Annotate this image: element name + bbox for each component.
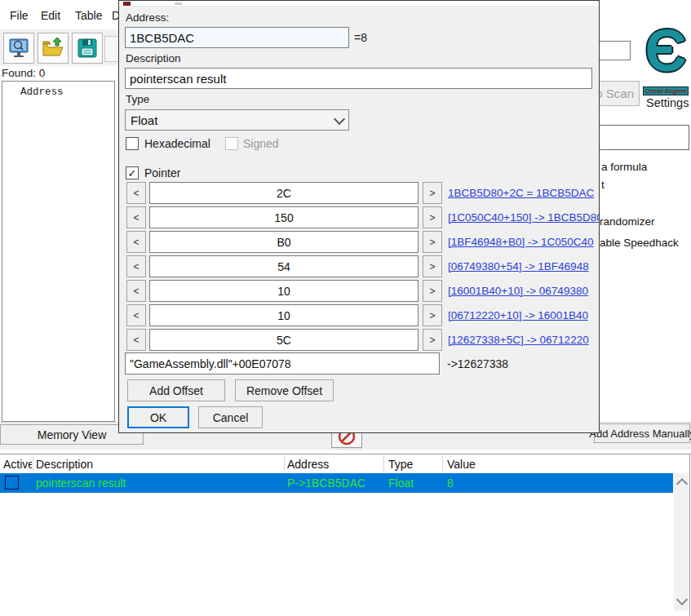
- col-value[interactable]: Value: [447, 458, 545, 471]
- remove-offset-label: Remove Offset: [246, 384, 322, 397]
- offset-decrease-button[interactable]: <: [126, 329, 146, 351]
- greater-icon: >: [429, 237, 435, 248]
- value-input-fragment[interactable]: [598, 125, 689, 150]
- description-input-value: pointerscan result: [130, 72, 226, 86]
- col-divider[interactable]: [383, 456, 384, 472]
- col-type[interactable]: Type: [388, 458, 439, 471]
- open-table-button[interactable]: [38, 33, 69, 64]
- add-address-manually-button[interactable]: Add Address Manually: [594, 423, 690, 443]
- offset-input-3[interactable]: 54: [149, 255, 419, 277]
- type-dropdown-value: Float: [131, 113, 157, 127]
- offset-value: 5C: [277, 334, 291, 347]
- cancel-label: Cancel: [213, 411, 249, 424]
- table-scrollbar[interactable]: [674, 473, 689, 610]
- offset-increase-button[interactable]: >: [423, 206, 442, 228]
- col-divider[interactable]: [284, 456, 285, 472]
- address-label: Address:: [126, 11, 169, 24]
- change-address-dialog: Address: 1BCB5DAC =8 Description pointer…: [118, 0, 600, 433]
- offset-input-2[interactable]: B0: [149, 231, 419, 253]
- menu-file[interactable]: File: [10, 9, 29, 22]
- greater-icon: >: [429, 335, 435, 346]
- greater-icon: >: [429, 286, 435, 297]
- description-input[interactable]: pointerscan result: [125, 68, 592, 89]
- col-divider[interactable]: [442, 456, 443, 472]
- less-icon: <: [133, 188, 139, 199]
- offset-decrease-button[interactable]: <: [126, 304, 146, 326]
- offset-decrease-button[interactable]: <: [126, 182, 146, 204]
- offset-increase-button[interactable]: >: [423, 280, 442, 302]
- offset-input-4[interactable]: 10: [149, 280, 419, 302]
- pointer-label: Pointer: [144, 166, 180, 179]
- not-label-fragment: t: [601, 179, 605, 191]
- toolbar: [0, 29, 118, 66]
- type-dropdown[interactable]: Float: [125, 109, 349, 131]
- cheat-engine-window: File Edit Table D: [0, 0, 691, 616]
- base-address-value: "GameAssembly.dll"+00E07078: [130, 357, 291, 370]
- pointer-checkbox[interactable]: ✓: [126, 166, 139, 179]
- offset-input-0[interactable]: 2C: [149, 182, 419, 204]
- found-list-header: Address: [2, 82, 114, 98]
- type-label: Type: [126, 93, 149, 105]
- less-icon: <: [133, 261, 139, 273]
- titlebar-smudge: [175, 2, 182, 5]
- cheat-engine-logo: Є Cheat Engine: [641, 20, 690, 95]
- window-right-border: [689, 454, 690, 616]
- base-address-input[interactable]: "GameAssembly.dll"+00E07078: [125, 352, 440, 374]
- offset-increase-button[interactable]: >: [423, 231, 442, 253]
- offset-increase-button[interactable]: >: [423, 182, 442, 204]
- col-active[interactable]: Active: [3, 458, 32, 471]
- pointer-resolve-link[interactable]: [1C050C40+150] -> 1BCB5D80: [448, 211, 600, 224]
- row-description: pointerscan result: [36, 476, 281, 490]
- offset-input-6[interactable]: 5C: [149, 329, 419, 351]
- pointer-resolve-link[interactable]: [12627338+5C] -> 06712220: [448, 334, 589, 346]
- address-eval-label: =8: [354, 31, 367, 44]
- open-table-icon: [42, 38, 64, 59]
- scroll-down-icon[interactable]: [676, 594, 688, 605]
- undo-scan-label-fragment: o Scan: [596, 86, 634, 100]
- pointer-resolve-link[interactable]: [16001B40+10] -> 06749380: [448, 285, 588, 297]
- pointer-resolve-link[interactable]: [06712220+10] -> 16001B40: [448, 309, 588, 321]
- row-address: P->1BCB5DAC: [287, 476, 381, 490]
- table-row[interactable]: pointerscan result P->1BCB5DAC Float 8: [0, 473, 673, 493]
- cancel-button[interactable]: Cancel: [198, 406, 263, 428]
- menu-edit[interactable]: Edit: [41, 9, 60, 22]
- address-input[interactable]: 1BCB5DAC: [125, 27, 349, 48]
- less-icon: <: [133, 237, 139, 248]
- greater-icon: >: [429, 212, 435, 224]
- pointer-resolve-link[interactable]: 1BCB5D80+2C = 1BCB5DAC: [448, 187, 594, 199]
- offset-increase-button[interactable]: >: [423, 329, 442, 351]
- offset-decrease-button[interactable]: <: [126, 280, 146, 302]
- greater-icon: >: [429, 261, 435, 273]
- less-icon: <: [133, 310, 139, 321]
- hexadecimal-checkbox[interactable]: [126, 137, 139, 150]
- pointer-resolve-link[interactable]: [06749380+54] -> 1BF46948: [448, 260, 589, 273]
- active-checkbox[interactable]: [5, 476, 19, 490]
- offset-decrease-button[interactable]: <: [126, 231, 146, 253]
- col-divider[interactable]: [33, 456, 33, 472]
- select-process-button[interactable]: [3, 33, 34, 64]
- splitter-handle[interactable]: ··········: [330, 445, 367, 453]
- offset-decrease-button[interactable]: <: [126, 206, 146, 228]
- settings-link[interactable]: Settings: [646, 96, 689, 109]
- scroll-up-icon[interactable]: [676, 478, 688, 490]
- base-resolves-label: ->12627338: [447, 357, 508, 370]
- offset-input-5[interactable]: 10: [149, 304, 419, 326]
- hidden-input-fragment: [598, 41, 631, 60]
- ok-button[interactable]: OK: [127, 406, 189, 428]
- select-process-icon: [7, 38, 30, 59]
- save-table-button[interactable]: [72, 33, 103, 64]
- logo-caption: Cheat Engine: [643, 86, 688, 95]
- offset-decrease-button[interactable]: <: [126, 255, 146, 277]
- add-offset-button[interactable]: Add Offset: [127, 379, 225, 401]
- offset-increase-button[interactable]: >: [423, 255, 442, 277]
- menu-table[interactable]: Table: [75, 9, 102, 22]
- hexadecimal-label: Hexadecimal: [144, 137, 210, 150]
- remove-offset-button[interactable]: Remove Offset: [235, 379, 334, 401]
- offset-increase-button[interactable]: >: [423, 304, 442, 326]
- offset-input-1[interactable]: 150: [149, 206, 419, 228]
- check-icon: ✓: [128, 167, 137, 179]
- pointer-resolve-link[interactable]: [1BF46948+B0] -> 1C050C40: [448, 236, 594, 248]
- col-description[interactable]: Description: [36, 458, 281, 471]
- col-address[interactable]: Address: [287, 458, 381, 471]
- found-list[interactable]: Address: [2, 81, 115, 422]
